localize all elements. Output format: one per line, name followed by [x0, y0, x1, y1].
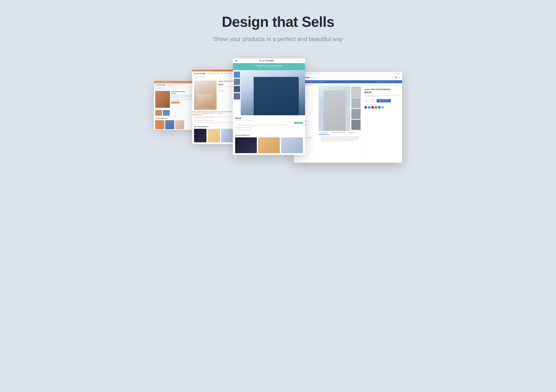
second-tab-reviews[interactable]: REVIEWS (LI)	[216, 112, 225, 115]
center-product-area	[233, 70, 305, 115]
google-share[interactable]: g	[375, 106, 377, 109]
desc-tab-3[interactable]: REVIEWS (0)	[347, 131, 357, 135]
contact-link[interactable]: Contact	[309, 73, 312, 74]
nav-pages[interactable]: PAGES	[310, 81, 313, 82]
right-split: DESCRIPTION ADDITIONAL INFORMATION REVIE…	[319, 86, 402, 163]
qty-control: − 1 +	[364, 99, 375, 103]
center-banner-title: Fluro Big Pullover Designers Remix	[235, 65, 303, 67]
qty-plus[interactable]: +	[372, 99, 375, 102]
right-main-nav: FLATSOME All ▾ Search... ♡ 👤 🛒	[294, 75, 402, 80]
left-add-cart[interactable]: ADD TO CART	[171, 101, 180, 104]
faq-link[interactable]: FAQ	[313, 73, 315, 74]
email-share[interactable]: @	[381, 106, 384, 109]
second-related-3	[221, 129, 233, 142]
right-breadcrumb: HOME / SHOP / WOMEN / SWEATERS	[294, 83, 402, 86]
languages-link[interactable]: Languages	[395, 73, 400, 74]
qty-value: 1	[368, 99, 372, 102]
second-tab-info[interactable]: ADDITIONAL INFORMATION	[201, 112, 216, 115]
search-placeholder: Search...	[315, 77, 319, 78]
twitter-share[interactable]: t	[368, 106, 371, 109]
share-icons: f t p g in @	[364, 106, 399, 109]
right-cart-icons: ♡ 👤 🛒	[393, 76, 400, 78]
bag-icon: ⊙	[301, 60, 303, 62]
right-desc-tabs: DESCRIPTION ADDITIONAL INFORMATION REVIE…	[319, 131, 362, 135]
center-thumb-4	[234, 93, 240, 99]
nav-elements[interactable]: ELEMENTS	[318, 81, 323, 82]
left-logo: FLATSOME	[155, 84, 166, 86]
center-main-image	[241, 70, 305, 115]
right-util-bar: About Our Stores Blog Contact FAQ Newsle…	[294, 72, 402, 75]
left-thumb-1	[155, 110, 162, 116]
wishlist-icon[interactable]: ♡	[393, 76, 394, 78]
search-category: All ▾	[313, 77, 315, 78]
nav-shop[interactable]: SHOP	[306, 81, 309, 82]
pt-1	[351, 87, 361, 98]
second-nav-links: HOME FEATURES SHOP PAGES BLOG ELEMENTS	[207, 73, 233, 74]
nav-phone: +47 900 99 000	[388, 81, 394, 82]
center-thumb-2	[234, 79, 240, 85]
center-desc-tab[interactable]: DESCRIPTION	[294, 122, 303, 124]
center-related-3	[281, 137, 303, 153]
pt-3	[351, 109, 361, 119]
center-product-info: $49,00 ADD ANYTHING HERE OR JUST REMOVE …	[233, 115, 305, 133]
center-desc-tab-row: DESCRIPTION	[235, 122, 303, 124]
center-thumb-3	[234, 86, 240, 92]
center-logo: FLATSOME	[260, 60, 274, 62]
big-product-image	[319, 86, 350, 131]
add-to-cart-button[interactable]: ADD TO CART	[377, 99, 391, 102]
right-desc-body: Tumblr post-ironic typewriter, sriracha …	[319, 135, 362, 143]
screen-right: About Our Stores Blog Contact FAQ Newsle…	[294, 72, 402, 163]
right-content-area: BROWSE Bags Booking Clothing › Men › Mus…	[294, 86, 402, 163]
pt-2	[351, 98, 361, 108]
left-related-1	[155, 120, 164, 129]
nav-hours: 08:00 - 17:00	[381, 81, 386, 82]
left-nav-links: HOME FEATURES SHOP PAGES BLOG	[167, 84, 186, 85]
cat-sweaters[interactable]: Sweaters	[369, 104, 373, 105]
desc-tab-1[interactable]: DESCRIPTION	[319, 131, 329, 135]
left-product-image	[155, 91, 170, 108]
newsletter-link[interactable]: Newsletter	[316, 73, 321, 74]
pinterest-share[interactable]: p	[371, 106, 374, 109]
hero-subtitle: Show your products in a perfect and beau…	[213, 36, 343, 43]
search-icon: ⌕	[299, 60, 300, 62]
right-product-price: $22,00	[364, 91, 399, 94]
men-arrow: ›	[316, 99, 317, 100]
center-nav-icons: ♡ ⌕ ⊙	[296, 60, 303, 62]
right-product-desc: Marfa authentic High Life veniam. Tumblr…	[364, 95, 399, 97]
right-product-info: Lenox Star Knit Hunkydory $22,00 Marfa a…	[362, 86, 402, 163]
left-related-2	[165, 120, 174, 129]
fb-icon[interactable]: f	[395, 81, 396, 82]
right-blue-nav: HOME FEATURES SHOP PAGES BLOG ELEMENTS C…	[294, 80, 402, 83]
second-related-1	[194, 129, 207, 142]
product-thumb-col	[350, 86, 362, 131]
twitter-icon[interactable]: t	[400, 81, 400, 82]
nav-contact[interactable]: CONTACT	[376, 81, 380, 82]
second-related-2	[208, 129, 220, 142]
second-tab-desc[interactable]: DESCRIPTION	[192, 112, 201, 115]
center-desc: Lorem ipsum dolor sit amet, consectetur …	[235, 125, 303, 131]
center-add-note: ADD ANYTHING HERE OR JUST REMOVE IT...	[235, 120, 303, 121]
center-breadcrumb: HOME / SHOP / WOMEN / SWEATERS	[235, 67, 303, 68]
blog-link[interactable]: Blog	[306, 73, 307, 74]
cat-women[interactable]: Women	[374, 104, 377, 105]
linkedin-share[interactable]: in	[378, 106, 381, 109]
center-related-title: RELATED PRODUCTS	[233, 133, 305, 137]
center-teal-banner: Fluro Big Pullover Designers Remix HOME …	[233, 63, 305, 70]
desc-tab-2[interactable]: ADDITIONAL INFORMATION	[329, 131, 347, 135]
qty-minus[interactable]: −	[365, 99, 368, 102]
right-util-right: Languages	[395, 73, 400, 74]
hero-title: Design that Sells	[222, 14, 334, 30]
facebook-share[interactable]: f	[364, 106, 367, 109]
clothing-arrow: ›	[316, 97, 317, 98]
music-arrow: ›	[316, 102, 317, 103]
second-product-image	[194, 81, 217, 110]
right-qty-add: − 1 + ADD TO CART	[364, 99, 399, 103]
cart-icon[interactable]: 🛒	[398, 76, 400, 78]
account-icon[interactable]: 👤	[395, 76, 397, 78]
right-product-title: Lenox Star Knit Hunkydory	[364, 88, 399, 90]
right-main-content: DESCRIPTION ADDITIONAL INFORMATION REVIE…	[319, 86, 402, 163]
center-related-row	[233, 137, 305, 155]
right-search-bar[interactable]: All ▾ Search...	[312, 76, 391, 79]
instagram-icon[interactable]: 📷	[397, 81, 398, 82]
nav-blog[interactable]: BLOG	[315, 81, 317, 82]
